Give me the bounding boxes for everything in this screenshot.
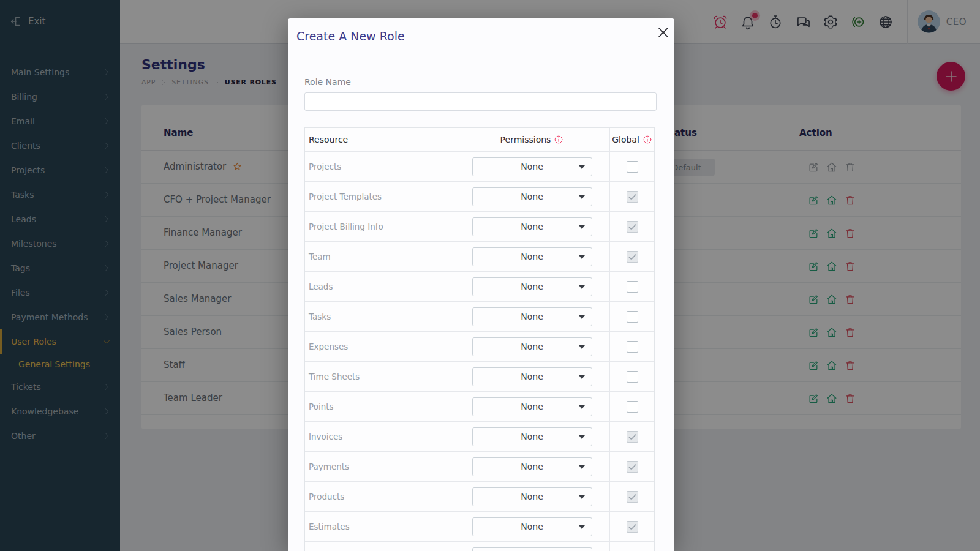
resource-label: Tasks bbox=[305, 312, 331, 321]
permissions-cell: None bbox=[454, 392, 609, 421]
permissions-column-header: Permissions bbox=[454, 128, 609, 151]
resource-cell: Leads bbox=[305, 272, 454, 301]
permission-select-value: None bbox=[521, 372, 543, 381]
global-cell bbox=[609, 452, 654, 481]
caret-down-icon bbox=[579, 315, 585, 319]
permission-select-project-templates[interactable]: None bbox=[472, 187, 592, 206]
permission-row-estimates: EstimatesNone bbox=[305, 511, 654, 541]
permissions-info-icon[interactable] bbox=[554, 135, 564, 144]
permission-row-recurring-invoices: Recurring InvoicesNone bbox=[305, 541, 654, 551]
caret-down-icon bbox=[579, 225, 585, 229]
permission-select-time-sheets[interactable]: None bbox=[472, 367, 592, 386]
permissions-cell: None bbox=[454, 482, 609, 511]
create-role-modal: Create A New Role Role Name Resource Per… bbox=[288, 18, 674, 551]
permission-select-products[interactable]: None bbox=[472, 487, 592, 506]
permission-select-value: None bbox=[521, 492, 543, 501]
resource-cell: Team bbox=[305, 242, 454, 271]
permission-select-payments[interactable]: None bbox=[472, 457, 592, 476]
permission-select-value: None bbox=[521, 522, 543, 531]
resource-cell: Payments bbox=[305, 452, 454, 481]
role-name-input[interactable] bbox=[304, 92, 657, 111]
permission-row-leads: LeadsNone bbox=[305, 271, 654, 301]
global-checkbox-project-billing-info bbox=[627, 221, 638, 233]
global-checkbox-tasks[interactable] bbox=[627, 311, 638, 323]
permission-select-expenses[interactable]: None bbox=[472, 337, 592, 356]
permissions-table: Resource Permissions Global ProjectsNone… bbox=[304, 127, 655, 551]
global-checkbox-time-sheets[interactable] bbox=[627, 371, 638, 383]
permission-select-projects[interactable]: None bbox=[472, 157, 592, 176]
global-checkbox-expenses[interactable] bbox=[627, 341, 638, 353]
resource-label: Project Billing Info bbox=[305, 222, 383, 231]
permission-row-products: ProductsNone bbox=[305, 481, 654, 511]
permission-select-value: None bbox=[521, 342, 543, 351]
resource-cell: Projects bbox=[305, 152, 454, 181]
close-icon[interactable] bbox=[655, 24, 671, 40]
resource-label: Project Templates bbox=[305, 192, 382, 201]
permission-select-estimates[interactable]: None bbox=[472, 517, 592, 536]
global-info-icon[interactable] bbox=[643, 135, 652, 144]
caret-down-icon bbox=[579, 375, 585, 379]
permission-select-value: None bbox=[521, 252, 543, 261]
caret-down-icon bbox=[579, 405, 585, 409]
resource-cell: Time Sheets bbox=[305, 362, 454, 391]
resource-label: Estimates bbox=[305, 522, 350, 531]
permissions-table-header: Resource Permissions Global bbox=[305, 128, 654, 151]
global-cell bbox=[609, 152, 654, 181]
permission-row-points: PointsNone bbox=[305, 391, 654, 421]
global-cell bbox=[609, 362, 654, 391]
global-cell bbox=[609, 302, 654, 331]
resource-cell: Recurring Invoices bbox=[305, 542, 454, 551]
modal-title: Create A New Role bbox=[296, 29, 405, 43]
permission-select-project-billing-info[interactable]: None bbox=[472, 217, 592, 236]
global-cell bbox=[609, 332, 654, 361]
resource-cell: Tasks bbox=[305, 302, 454, 331]
global-checkbox-project-templates bbox=[627, 191, 638, 203]
permission-select-value: None bbox=[521, 402, 543, 411]
permissions-cell: None bbox=[454, 422, 609, 451]
global-checkbox-points[interactable] bbox=[627, 401, 638, 413]
global-cell bbox=[609, 212, 654, 241]
caret-down-icon bbox=[579, 525, 585, 529]
global-column-header: Global bbox=[609, 128, 654, 151]
resource-cell: Project Templates bbox=[305, 182, 454, 211]
global-cell bbox=[609, 542, 654, 551]
permission-select-value: None bbox=[521, 282, 543, 291]
resource-cell: Project Billing Info bbox=[305, 212, 454, 241]
global-cell bbox=[609, 512, 654, 541]
permission-row-tasks: TasksNone bbox=[305, 301, 654, 331]
permission-select-leads[interactable]: None bbox=[472, 277, 592, 296]
permission-select-team[interactable]: None bbox=[472, 247, 592, 266]
permission-select-value: None bbox=[521, 192, 543, 201]
permissions-cell: None bbox=[454, 542, 609, 551]
global-checkbox-payments bbox=[627, 461, 638, 473]
resource-column-header: Resource bbox=[305, 128, 454, 151]
resource-label: Expenses bbox=[305, 342, 348, 351]
permissions-cell: None bbox=[454, 452, 609, 481]
resource-label: Products bbox=[305, 492, 344, 501]
caret-down-icon bbox=[579, 285, 585, 289]
global-cell bbox=[609, 182, 654, 211]
permission-select-invoices[interactable]: None bbox=[472, 427, 592, 446]
global-cell bbox=[609, 242, 654, 271]
global-checkbox-leads[interactable] bbox=[627, 281, 638, 293]
resource-cell: Estimates bbox=[305, 512, 454, 541]
permission-select-points[interactable]: None bbox=[472, 397, 592, 416]
resource-label: Payments bbox=[305, 462, 349, 471]
global-checkbox-invoices bbox=[627, 431, 638, 443]
permission-select-tasks[interactable]: None bbox=[472, 307, 592, 326]
permission-row-project-billing-info: Project Billing InfoNone bbox=[305, 211, 654, 241]
permissions-cell: None bbox=[454, 362, 609, 391]
permission-select-recurring-invoices[interactable]: None bbox=[472, 547, 592, 551]
permission-row-project-templates: Project TemplatesNone bbox=[305, 181, 654, 211]
permission-row-expenses: ExpensesNone bbox=[305, 331, 654, 361]
global-checkbox-projects[interactable] bbox=[627, 161, 638, 173]
permission-row-time-sheets: Time SheetsNone bbox=[305, 361, 654, 391]
permission-select-value: None bbox=[521, 312, 543, 321]
app-root: Exit Main SettingsBillingEmailClientsPro… bbox=[0, 0, 980, 551]
permission-row-team: TeamNone bbox=[305, 241, 654, 271]
resource-cell: Points bbox=[305, 392, 454, 421]
permissions-cell: None bbox=[454, 332, 609, 361]
resource-label: Time Sheets bbox=[305, 372, 360, 381]
global-cell bbox=[609, 482, 654, 511]
role-name-label: Role Name bbox=[304, 77, 351, 87]
